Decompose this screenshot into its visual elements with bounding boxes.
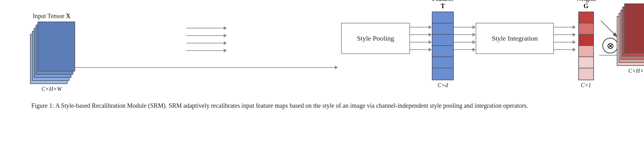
- style-pooling-label: Style Pooling: [357, 34, 394, 42]
- style-integration-section: Style Integration: [476, 23, 554, 54]
- input-to-pooling: [75, 35, 338, 70]
- style-weights-stack: [578, 12, 594, 80]
- fi-line-1: [454, 27, 473, 27]
- pf-head-3: [429, 40, 432, 44]
- output-tensor-stack: [618, 3, 644, 66]
- long-arrow-line: [75, 67, 335, 68]
- arrow-line-1: [186, 28, 224, 28]
- input-tensor-title-text: Input Tensor: [33, 12, 66, 19]
- diag-line: [601, 21, 617, 37]
- output-sheet-1: [624, 3, 644, 53]
- diagram-area: Input Tensor X C×H×W: [13, 6, 631, 96]
- iw-arrow-1: [554, 25, 576, 29]
- caption-text: Figure 1: A Style-based Recalibration Mo…: [31, 102, 528, 109]
- style-features-title: Style Features T: [432, 0, 454, 10]
- otimes-symbol: ⊗: [602, 38, 618, 53]
- style-features-stack: [432, 12, 454, 80]
- style-integration-label: Style Integration: [492, 34, 538, 42]
- pf-line-1: [410, 27, 429, 27]
- figure-caption: Figure 1: A Style-based Recalibration Mo…: [13, 96, 631, 114]
- style-features-section: Style Features T C×d: [432, 0, 454, 89]
- weight-row-3: [579, 35, 593, 46]
- arrow-head-4: [224, 49, 227, 52]
- feature-row-3: [432, 35, 453, 46]
- iw-line-1: [554, 27, 573, 27]
- iw-line-2: [554, 34, 573, 35]
- style-integration-box: Style Integration: [476, 23, 554, 54]
- style-features-dim: C×d: [437, 82, 448, 89]
- feature-row-2: [432, 23, 453, 35]
- arrow-line-2: [186, 35, 224, 36]
- feature-row-5: [432, 57, 453, 68]
- fi-line-4: [454, 49, 473, 50]
- input-tensor-bold: X: [66, 12, 70, 19]
- fi-line-2: [454, 34, 473, 35]
- output-tensor-dim: C×H×W: [628, 68, 644, 74]
- arrow-line-4: [186, 50, 224, 51]
- integration-to-weights-arrows: [554, 25, 576, 52]
- fi-arrow-1: [454, 25, 476, 29]
- pf-arrow-1: [410, 25, 432, 29]
- arrow-2: [186, 34, 227, 37]
- sf-title-bold: T: [441, 2, 445, 9]
- weight-row-6: [579, 68, 593, 80]
- iw-head-4: [573, 48, 576, 52]
- style-pooling-section: Style Pooling: [341, 23, 410, 54]
- iw-head-3: [573, 40, 576, 44]
- fi-head-2: [473, 33, 476, 37]
- feature-row-4: [432, 46, 453, 57]
- fi-head-3: [473, 40, 476, 44]
- output-tensor-bold: X̂: [636, 0, 641, 1]
- fi-arrow-4: [454, 48, 476, 52]
- style-pooling-box: Style Pooling: [341, 23, 410, 54]
- feature-row-6: [432, 68, 453, 80]
- iw-arrow-4: [554, 48, 576, 52]
- input-tensor-title: Input Tensor X: [33, 12, 70, 20]
- input-tensor-stack: [31, 22, 72, 84]
- pf-arrow-2: [410, 33, 432, 37]
- iw-head-1: [573, 25, 576, 29]
- sw-title-bold: G: [584, 2, 589, 9]
- arrow-line-3: [186, 43, 224, 43]
- fi-head-4: [473, 48, 476, 52]
- pf-arrow-4: [410, 48, 432, 52]
- pf-line-3: [410, 42, 429, 42]
- pooling-to-features-arrows: [410, 25, 432, 52]
- input-tensor-dim: C×H×W: [42, 86, 62, 92]
- pf-head-4: [429, 48, 432, 52]
- sf-title-text: Style Features: [432, 0, 453, 2]
- style-weights-section: Style Weights G C×1: [576, 0, 596, 89]
- pf-arrow-3: [410, 40, 432, 44]
- iw-line-3: [554, 42, 573, 42]
- input-sheet-1: [38, 22, 75, 72]
- feature-row-1: [432, 12, 453, 23]
- fi-head-1: [473, 25, 476, 29]
- weight-row-2: [579, 23, 593, 35]
- weight-row-5: [579, 57, 593, 68]
- arrow-4: [186, 49, 227, 52]
- iw-arrow-3: [554, 40, 576, 44]
- arrow-1: [186, 26, 227, 30]
- iw-line-4: [554, 49, 573, 50]
- pf-head-2: [429, 33, 432, 37]
- long-arrow-head: [335, 66, 338, 69]
- output-tensor-title: Output Tensor X̂: [618, 0, 644, 2]
- parallel-arrows-1: [186, 26, 227, 53]
- style-weights-dim: C×1: [581, 82, 591, 89]
- arrow-head-1: [224, 26, 227, 30]
- iw-head-2: [573, 33, 576, 37]
- style-weights-title: Style Weights G: [576, 0, 596, 10]
- fi-arrow-3: [454, 40, 476, 44]
- input-tensor-group: Input Tensor X C×H×W: [31, 12, 72, 92]
- features-to-integration-arrows: [454, 25, 476, 52]
- iw-arrow-2: [554, 33, 576, 37]
- output-tensor-group: Output Tensor X̂ C×H×W: [618, 0, 644, 74]
- arrow-3: [186, 41, 227, 45]
- pf-line-4: [410, 49, 429, 50]
- fi-line-3: [454, 42, 473, 42]
- pf-head-1: [429, 25, 432, 29]
- sw-title-text: Style Weights: [576, 0, 596, 2]
- fi-arrow-2: [454, 33, 476, 37]
- oto-line: [599, 55, 618, 56]
- weight-row-1: [579, 12, 593, 23]
